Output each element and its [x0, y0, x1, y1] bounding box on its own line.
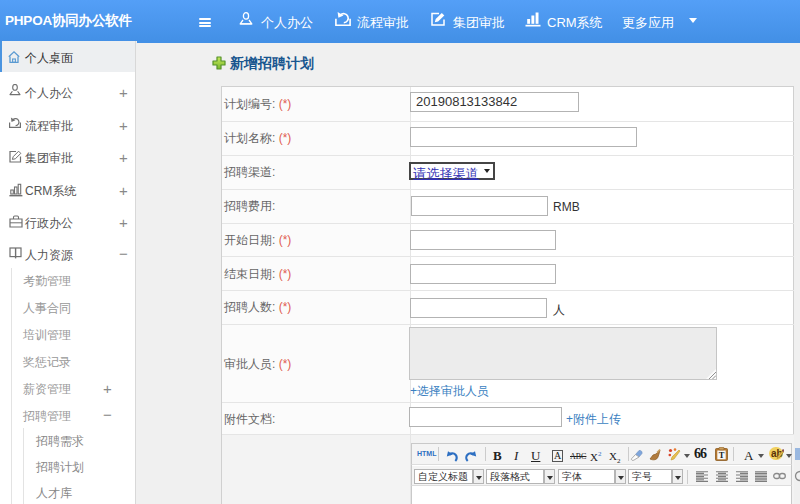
- svg-text:T: T: [719, 450, 725, 460]
